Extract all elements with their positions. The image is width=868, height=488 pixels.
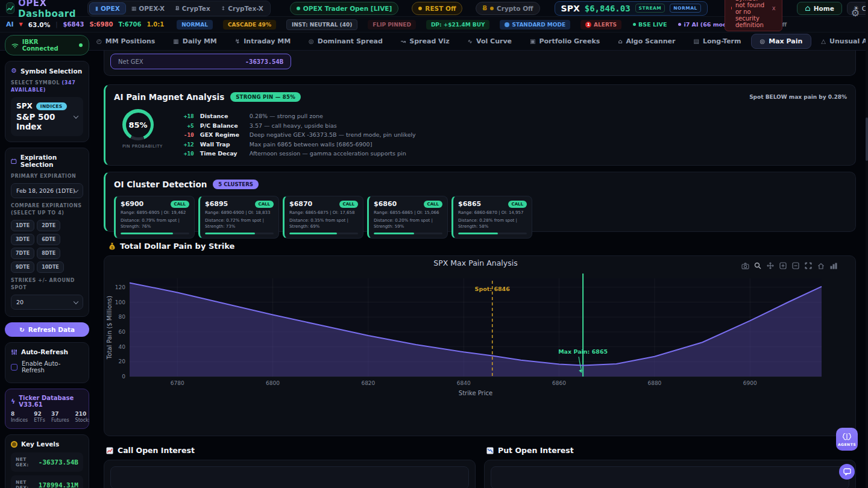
pain-chart-section-title: $ Total Dollar Pain by Strike (108, 242, 856, 251)
chat-fab-button[interactable] (839, 464, 855, 480)
primary-expiration-label: PRIMARY EXPIRATION (11, 173, 83, 180)
key-levels-card: Key Levels NET GEX:-36373.54B NET DEX:17… (5, 434, 89, 488)
svg-text:6900: 6900 (743, 380, 757, 386)
cluster-card[interactable]: $6900CALL Range: 6895-6905 | OI: 19,462 … (114, 196, 195, 239)
dte-chip-9[interactable]: 9DTE (11, 261, 34, 273)
tab-long-term[interactable]: ▤Long-Term (685, 34, 749, 48)
bitcoin-icon: Ƀ (175, 5, 180, 11)
tab-algo-scanner[interactable]: ⌂Algo Scanner (609, 34, 684, 48)
cluster-card[interactable]: $6895CALL Range: 6890-6900 | OI: 18,833 … (198, 196, 279, 239)
cluster-card-row: $6900CALL Range: 6895-6905 | OI: 19,462 … (114, 196, 847, 239)
strikes-select[interactable]: 20 (11, 295, 83, 310)
oi-cluster-title: OI Cluster Detection (114, 180, 207, 189)
dte-chip-1[interactable]: 1DTE (11, 220, 34, 231)
flip-pinned-badge[interactable]: FLIP PINNED (368, 20, 416, 30)
plotly-logo-icon[interactable] (829, 261, 838, 270)
building-icon: ▦ (131, 5, 137, 11)
spot-note: Spot BELOW max pain by 0.28% (749, 94, 847, 100)
svg-text:20: 20 (119, 358, 126, 364)
symbol-selector[interactable]: SPX INDICES S&P 500 Index (11, 97, 83, 136)
svg-text:0: 0 (122, 374, 125, 380)
stat-futures: 37Futures (51, 411, 69, 423)
tab-mm-positions[interactable]: ◴MM Positions (88, 34, 163, 48)
dte-chip-6[interactable]: 6DTE (37, 234, 60, 245)
tab-unusual-activity[interactable]: △Unusual Activity (813, 34, 868, 48)
stat-stocks: 210Stocks (75, 411, 89, 423)
standard-mode-badge[interactable]: STANDARD MODE (500, 20, 570, 30)
live-dot-icon (297, 7, 300, 10)
pan-icon[interactable] (766, 261, 775, 270)
primary-expiration-select[interactable]: Feb 18, 2026 (1DTE) (11, 183, 83, 198)
ai-label: AI (6, 20, 14, 28)
chart-modebar (740, 261, 838, 270)
money-bag-icon: $ (108, 242, 116, 250)
calendar-icon: ▤ (693, 38, 699, 45)
svg-text:60: 60 (119, 329, 126, 335)
factor-time-decay: +10Time DecayAfternoon session — gamma a… (181, 150, 416, 157)
dte-chip-7[interactable]: 7DTE (11, 248, 34, 259)
cluster-card[interactable]: $6865CALL Range: 6860-6870 | OI: 14,957 … (451, 196, 532, 239)
vertical-scrollbar[interactable] (866, 0, 868, 488)
call-oi-panel (104, 460, 476, 488)
rest-status-pill[interactable]: REST Off (412, 2, 462, 15)
home-icon (805, 5, 811, 11)
normal-regime-badge[interactable]: NORMAL (177, 20, 213, 30)
lightning-icon: ↯ (235, 38, 240, 45)
entry-price: $6843 (63, 21, 84, 28)
autoscale-icon[interactable] (804, 261, 813, 270)
expiration-selection-card: Expiration Selection PRIMARY EXPIRATION … (5, 148, 89, 317)
app-title: OPEX Dashboard (18, 0, 79, 19)
alerts-badge[interactable]: 1ALERTS (580, 20, 621, 30)
dark-pool-badge[interactable]: DP: +$21.4M BUY (426, 20, 490, 30)
cluster-card[interactable]: $6860CALL Range: 6855-6865 | OI: 15,066 … (367, 196, 448, 239)
enable-auto-refresh-row[interactable]: Enable Auto-Refresh (11, 360, 83, 377)
zoom-in-icon[interactable] (778, 261, 788, 270)
nav-cryptex-x[interactable]: ↕CrypTex-X (216, 2, 269, 14)
home-button[interactable]: Home (797, 2, 842, 15)
nav-opex[interactable]: ▮OPEX (89, 2, 126, 14)
cascade-badge[interactable]: CASCADE 49% (223, 20, 276, 30)
camera-icon[interactable] (740, 261, 750, 270)
tab-dominant-spread[interactable]: ◎Dominant Spread (300, 34, 391, 48)
dte-chip-group: 1DTE 2DTE 3DTE 6DTE 7DTE 8DTE 9DTE 10DTE (11, 220, 83, 273)
dte-chip-2[interactable]: 2DTE (37, 220, 60, 231)
trader-status-pill[interactable]: OPEX Trader Open [LIVE] (290, 2, 398, 15)
error-close-button[interactable]: x (772, 5, 776, 11)
robot-icon (505, 22, 509, 27)
put-open-interest-section: Put Open Interest (484, 446, 856, 488)
key-level-net-dex: NET DEX:178994.31M (11, 475, 83, 488)
refresh-data-button[interactable]: ↻Refresh Data (5, 322, 89, 337)
tab-daily-mm[interactable]: ▦Daily MM (165, 34, 225, 48)
tab-max-pain[interactable]: ◎Max Pain (751, 34, 812, 49)
cluster-card[interactable]: $6870CALL Range: 6865-6875 | OI: 17,658 … (283, 196, 363, 239)
stream-badge: STREAM (635, 4, 665, 13)
crypto-status-pill[interactable]: ɃCrypto Off (476, 2, 539, 15)
bar-chart-icon: ▮ (95, 5, 98, 11)
nav-opex-x[interactable]: ▦OPEX-X (126, 2, 170, 14)
tab-vol-curve[interactable]: ∿Vol Curve (459, 34, 520, 48)
auto-refresh-checkbox[interactable] (11, 364, 17, 371)
zoom-icon[interactable] (753, 261, 763, 270)
max-pain-chart[interactable]: 0204060801001206780680068206840686068806… (104, 256, 841, 402)
settings-gear-icon[interactable]: ⚙ (851, 7, 860, 19)
dte-chip-8[interactable]: 8DTE (37, 248, 60, 259)
normal-badge: NORMAL (670, 4, 700, 13)
nav-cryptex[interactable]: ɃCrypTex (170, 2, 216, 14)
bse-live-indicator[interactable]: BSE LIVE (633, 21, 667, 28)
reset-axes-icon[interactable] (816, 261, 826, 270)
scrollbar-thumb[interactable] (866, 117, 868, 161)
tab-portfolio-greeks[interactable]: ▣Portfolio Greeks (521, 34, 608, 48)
tab-intraday-mm[interactable]: ↯Intraday MM (227, 34, 299, 48)
curve-arrow-icon: ↝ (401, 38, 406, 45)
top-header: OPEX Dashboard ▮OPEX ▦OPEX-X ɃCrypTex ↕C… (0, 0, 868, 17)
dte-chip-10[interactable]: 10DTE (37, 261, 64, 273)
zoom-out-icon[interactable] (791, 261, 800, 270)
ibkr-connection-status[interactable]: IBKR Connected (5, 35, 89, 55)
svg-text:6880: 6880 (647, 380, 661, 386)
dte-chip-3[interactable]: 3DTE (11, 234, 34, 245)
factor-list: +18Distance0.28% — strong pull zone +5P/… (181, 109, 416, 157)
tab-spread-viz[interactable]: ↝Spread Viz (392, 34, 458, 48)
app-logo: OPEX Dashboard (6, 0, 79, 19)
inst-badge[interactable]: INST: NEUTRAL (40) (286, 19, 357, 30)
agents-fab-button[interactable]: AGENTS (836, 428, 858, 451)
